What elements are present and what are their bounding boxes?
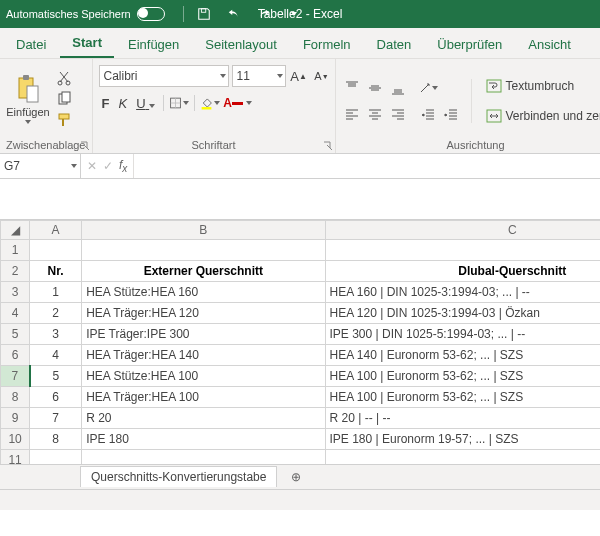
- decrease-font-icon[interactable]: A▼: [312, 67, 332, 85]
- cell[interactable]: HEA Träger:HEA 120: [82, 303, 325, 324]
- cell[interactable]: HEA 120 | DIN 1025-3:1994-03 | Özkan: [325, 303, 600, 324]
- cell[interactable]: 2: [30, 303, 82, 324]
- header-cell[interactable]: Nr.: [30, 261, 82, 282]
- row-header[interactable]: 2: [1, 261, 30, 282]
- cell[interactable]: 8: [30, 429, 82, 450]
- header-cell[interactable]: Dlubal-Querschnitt: [325, 261, 600, 282]
- window-title: Tabelle2 - Excel: [258, 7, 343, 21]
- fill-color-icon[interactable]: [200, 94, 220, 112]
- tab-view[interactable]: Ansicht: [516, 31, 583, 58]
- row-header[interactable]: 6: [1, 345, 30, 366]
- copy-icon[interactable]: [54, 90, 74, 108]
- cell[interactable]: HEA Träger:HEA 100: [82, 387, 325, 408]
- cell[interactable]: 3: [30, 324, 82, 345]
- increase-font-icon[interactable]: A▲: [289, 67, 309, 85]
- svg-rect-2: [23, 75, 29, 80]
- svg-rect-9: [62, 119, 64, 126]
- cell[interactable]: IPE 300 | DIN 1025-5:1994-03; ... | --: [325, 324, 600, 345]
- group-font: Calibri 11 A▲ A▼ F K U A Schriftart: [93, 59, 336, 153]
- borders-icon[interactable]: [169, 94, 189, 112]
- decrease-indent-icon[interactable]: [418, 106, 438, 124]
- svg-rect-11: [202, 107, 212, 109]
- svg-rect-12: [487, 80, 501, 92]
- svg-rect-8: [59, 114, 69, 119]
- row-header[interactable]: 8: [1, 387, 30, 408]
- col-header-c[interactable]: C: [325, 221, 600, 240]
- tab-file[interactable]: Datei: [4, 31, 58, 58]
- col-header-a[interactable]: A: [30, 221, 82, 240]
- cell[interactable]: HEA Stütze:HEA 100: [82, 366, 325, 387]
- select-all-corner[interactable]: ◢: [1, 221, 30, 240]
- cell[interactable]: R 20 | -- | --: [325, 408, 600, 429]
- tab-layout[interactable]: Seitenlayout: [193, 31, 289, 58]
- italic-button[interactable]: K: [115, 95, 130, 112]
- ribbon-tabs: Datei Start Einfügen Seitenlayout Formel…: [0, 28, 600, 59]
- cell[interactable]: 4: [30, 345, 82, 366]
- header-cell[interactable]: Externer Querschnitt: [82, 261, 325, 282]
- wrap-text-button[interactable]: Textumbruch: [482, 73, 601, 99]
- cell[interactable]: 6: [30, 387, 82, 408]
- tab-insert[interactable]: Einfügen: [116, 31, 191, 58]
- cell[interactable]: 5: [30, 366, 82, 387]
- svg-rect-3: [27, 86, 38, 102]
- spreadsheet-grid[interactable]: ◢ A B C 1 2 Nr. Externer Querschnitt Dlu…: [0, 220, 600, 464]
- cell[interactable]: IPE 180: [82, 429, 325, 450]
- cell[interactable]: 7: [30, 408, 82, 429]
- tab-data[interactable]: Daten: [365, 31, 424, 58]
- align-right-icon[interactable]: [388, 106, 408, 124]
- cut-icon[interactable]: [54, 69, 74, 87]
- cancel-formula-icon[interactable]: ✕: [87, 159, 97, 173]
- autosave-label: Automatisches Speichern: [6, 8, 131, 20]
- align-left-icon[interactable]: [342, 106, 362, 124]
- font-name-combo[interactable]: Calibri: [99, 65, 229, 87]
- underline-button[interactable]: U: [133, 95, 158, 112]
- status-bar: [0, 489, 600, 510]
- tab-start[interactable]: Start: [60, 29, 114, 58]
- align-bottom-icon[interactable]: [388, 79, 408, 97]
- format-painter-icon[interactable]: [54, 111, 74, 129]
- row-header[interactable]: 1: [1, 240, 30, 261]
- cell[interactable]: IPE Träger:IPE 300: [82, 324, 325, 345]
- orientation-icon[interactable]: [418, 79, 438, 97]
- formula-bar: G7 ✕ ✓ fx: [0, 154, 600, 179]
- align-center-icon[interactable]: [365, 106, 385, 124]
- align-middle-icon[interactable]: [365, 79, 385, 97]
- cell[interactable]: 1: [30, 282, 82, 303]
- autosave-toggle[interactable]: Automatisches Speichern: [6, 7, 165, 21]
- bold-button[interactable]: F: [99, 95, 113, 112]
- font-size-combo[interactable]: 11: [232, 65, 286, 87]
- fx-icon[interactable]: fx: [119, 158, 127, 174]
- undo-icon[interactable]: [224, 5, 244, 23]
- row-header[interactable]: 10: [1, 429, 30, 450]
- row-header[interactable]: 5: [1, 324, 30, 345]
- font-color-icon[interactable]: A: [223, 94, 243, 112]
- sheet-tab[interactable]: Querschnitts-Konvertierungstabe: [80, 466, 277, 487]
- cell[interactable]: HEA 160 | DIN 1025-3:1994-03; ... | --: [325, 282, 600, 303]
- accept-formula-icon[interactable]: ✓: [103, 159, 113, 173]
- merge-cells-button[interactable]: Verbinden und zen: [482, 103, 601, 129]
- increase-indent-icon[interactable]: [441, 106, 461, 124]
- row-header[interactable]: 4: [1, 303, 30, 324]
- save-icon[interactable]: [194, 5, 214, 23]
- row-header[interactable]: 11: [1, 450, 30, 465]
- cell[interactable]: HEA 100 | Euronorm 53-62; ... | SZS: [325, 387, 600, 408]
- cell[interactable]: HEA Träger:HEA 140: [82, 345, 325, 366]
- row-header[interactable]: 9: [1, 408, 30, 429]
- cell[interactable]: HEA 100 | Euronorm 53-62; ... | SZS: [325, 366, 600, 387]
- cell[interactable]: HEA Stütze:HEA 160: [82, 282, 325, 303]
- add-sheet-icon[interactable]: ⊕: [285, 466, 307, 488]
- launcher-icon[interactable]: [323, 141, 333, 151]
- launcher-icon[interactable]: [80, 141, 90, 151]
- col-header-b[interactable]: B: [82, 221, 325, 240]
- row-header[interactable]: 7: [1, 366, 30, 387]
- tab-review[interactable]: Überprüfen: [425, 31, 514, 58]
- row-header[interactable]: 3: [1, 282, 30, 303]
- name-box[interactable]: G7: [0, 154, 81, 178]
- tab-formulas[interactable]: Formeln: [291, 31, 363, 58]
- sheet-tab-bar: Querschnitts-Konvertierungstabe ⊕: [0, 464, 600, 489]
- paste-button[interactable]: Einfügen: [6, 74, 50, 124]
- cell[interactable]: R 20: [82, 408, 325, 429]
- cell[interactable]: HEA 140 | Euronorm 53-62; ... | SZS: [325, 345, 600, 366]
- cell[interactable]: IPE 180 | Euronorm 19-57; ... | SZS: [325, 429, 600, 450]
- align-top-icon[interactable]: [342, 79, 362, 97]
